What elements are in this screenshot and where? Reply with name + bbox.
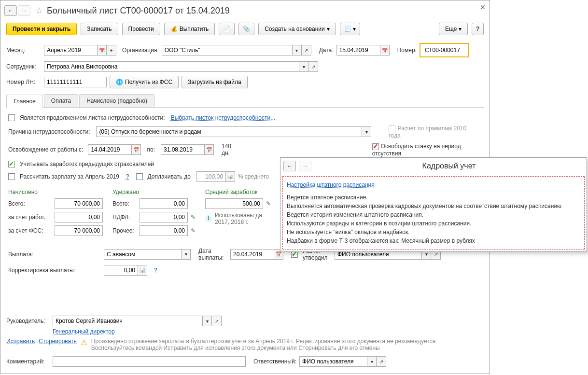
more-button[interactable]: Еще ▾ — [439, 23, 468, 35]
select-sheet-link[interactable]: Выбрать листок нетрудоспособности... — [171, 114, 276, 121]
date-input[interactable] — [336, 45, 380, 56]
dropdown-icon[interactable]: ▾ — [181, 249, 191, 260]
corr-label: Корректировка выплаты: — [8, 267, 81, 274]
attach-icon-button[interactable]: 📎 — [238, 23, 254, 35]
pay-extra-checkbox[interactable] — [136, 173, 143, 180]
emp-label: Сотрудник: — [6, 63, 41, 70]
popup-line-5: Не используется "вилка" окладов и надбав… — [287, 228, 580, 236]
close-icon[interactable]: ✕ — [480, 3, 486, 11]
edit-icon[interactable]: ✎ — [191, 227, 196, 234]
calc-salary-label: Рассчитать зарплату за Апрель 2019 — [20, 173, 119, 180]
wtotal-label: Всего: — [112, 200, 137, 207]
help-button[interactable]: ? — [472, 23, 484, 35]
ln-label: Номер ЛН: — [6, 79, 41, 85]
from-date-input[interactable] — [88, 144, 131, 155]
post-button[interactable]: Провести — [122, 23, 160, 35]
stepper-icon[interactable]: ÷ — [107, 45, 116, 56]
write-button[interactable]: Записать — [81, 23, 118, 35]
reason-label: Причина нетрудоспособности: — [8, 128, 93, 135]
used-years-label: 2017, 2018 г. — [215, 219, 249, 225]
month-input[interactable] — [44, 45, 97, 56]
open-icon[interactable]: ↗ — [308, 61, 318, 72]
corr-input[interactable] — [104, 265, 138, 276]
nav-fwd-button[interactable]: → — [18, 5, 30, 16]
post-close-button[interactable]: Провести и закрыть — [6, 23, 77, 35]
calendar-icon[interactable]: 📅 — [204, 144, 214, 155]
to-date-input[interactable] — [161, 144, 204, 155]
to-label: по: — [147, 146, 155, 153]
resp-input[interactable] — [299, 356, 367, 367]
info-icon[interactable]: i — [205, 215, 212, 222]
pay-extra-label: Доплачивать до — [148, 173, 191, 180]
create-based-button[interactable]: Создать на основании ▾ — [258, 23, 336, 35]
by-emp-input[interactable] — [55, 212, 103, 222]
report-icon-button[interactable]: 🧾 ▾ — [340, 23, 360, 35]
help-link[interactable]: ? — [154, 267, 157, 274]
free-rate-checkbox[interactable] — [372, 143, 379, 150]
edit-icon[interactable]: ✎ — [266, 200, 271, 207]
popup-back-button[interactable]: ← — [283, 161, 296, 171]
tab-main[interactable]: Главное — [6, 95, 43, 108]
reason-input[interactable] — [96, 126, 362, 137]
payment-input[interactable] — [104, 249, 181, 260]
favorite-icon[interactable]: ☆ — [35, 5, 43, 16]
mgr-pos-link[interactable]: Генеральный директор — [53, 328, 115, 335]
comment-label: Комментарий: — [6, 358, 50, 365]
tab-calc[interactable]: Начислено (подробно) — [79, 94, 154, 107]
emp-input[interactable] — [44, 61, 299, 72]
calc2010-label: Расчет по правилам 2010 года — [389, 125, 466, 139]
dropdown-icon[interactable]: ▾ — [292, 45, 302, 56]
tab-pay[interactable]: Оплата — [44, 94, 78, 107]
fix-link[interactable]: Исправить — [6, 338, 35, 345]
comment-input[interactable] — [53, 356, 246, 367]
popup-fwd-button[interactable]: → — [299, 161, 311, 171]
prev-emp-checkbox[interactable] — [8, 161, 15, 167]
free-from-label: Освобождение от работы с: — [8, 146, 85, 153]
date-label: Дата: — [319, 47, 334, 54]
avg-input[interactable] — [205, 198, 263, 209]
help-link[interactable]: ? — [126, 173, 129, 180]
dropdown-icon[interactable]: ▾ — [367, 356, 377, 367]
edit-icon[interactable]: ✎ — [191, 214, 196, 221]
open-icon[interactable]: ↗ — [377, 356, 386, 367]
popup-line-1: Ведется штатное расписание. — [287, 193, 580, 202]
dropdown-icon[interactable]: ▾ — [299, 61, 308, 72]
pay-date-input[interactable] — [230, 249, 274, 260]
list-icon-button[interactable]: 📄 — [219, 23, 235, 35]
calendar-icon[interactable]: 📅 — [380, 45, 390, 56]
popup-title: Кадровый учет — [314, 162, 584, 170]
load-file-button[interactable]: Загрузить из файла — [182, 76, 248, 88]
calc-salary-checkbox[interactable] — [8, 173, 15, 180]
storno-link[interactable]: Сторнировать — [39, 338, 76, 345]
popup-line-3: Ведется история изменения штатного распи… — [287, 210, 580, 219]
mgr-input[interactable] — [53, 316, 202, 326]
accrued-total-input[interactable] — [55, 198, 103, 209]
other-input[interactable] — [140, 225, 188, 236]
popup-line-4: Используются разряды и категории в позиц… — [287, 219, 580, 228]
open-icon[interactable]: ↗ — [212, 316, 222, 326]
nav-back-button[interactable]: ← — [4, 5, 17, 16]
by-emp-label: за счет работ.: — [8, 214, 52, 221]
month-label: Месяц: — [6, 47, 41, 54]
staff-schedule-link[interactable]: Настройка штатного расписания — [287, 181, 375, 188]
dropdown-icon[interactable]: ▾ — [362, 126, 371, 137]
open-icon[interactable]: ↗ — [302, 45, 311, 56]
org-input[interactable] — [162, 45, 292, 56]
ln-input[interactable] — [44, 77, 107, 87]
calc-icon[interactable]: 📊 — [138, 265, 147, 276]
dropdown-icon[interactable]: ▾ — [202, 316, 212, 326]
continuation-checkbox[interactable] — [8, 114, 15, 121]
pay-date-label: Дата выплаты: — [198, 248, 227, 261]
withheld-total-input[interactable] — [140, 198, 188, 209]
org-label: Организация: — [122, 47, 159, 54]
get-fss-button[interactable]: 🌐Получить из ФСС — [110, 76, 179, 88]
by-fss-input[interactable] — [55, 225, 103, 236]
calendar-icon[interactable]: 📅 — [131, 144, 141, 155]
used-data-label: Использованы да — [215, 212, 262, 219]
pay-button[interactable]: 💰Выплатить — [164, 23, 215, 35]
ndfl-label: НДФЛ: — [112, 214, 137, 221]
warning-icon: ⚠ — [81, 338, 87, 347]
number-input[interactable] — [422, 45, 466, 56]
calendar-icon[interactable]: 📅 — [97, 45, 107, 56]
ndfl-input[interactable] — [140, 212, 188, 222]
